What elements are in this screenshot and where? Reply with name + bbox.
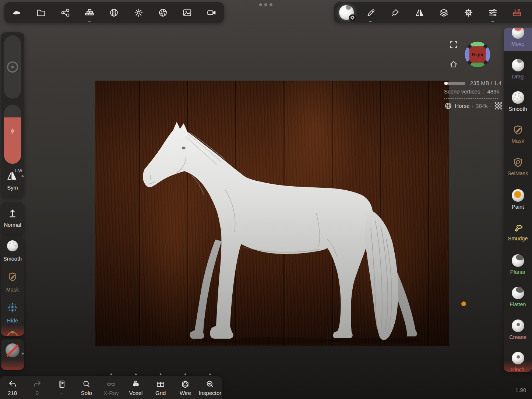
bottom-toolbar: 2180…Solo▲X-Ray▲Voxel▲Grid▲Wire▲Inspecto… — [0, 376, 222, 399]
painting-brush-icon — [390, 8, 400, 18]
memory-progress-bar — [444, 82, 465, 85]
top_left_toolbar-scene-graph-button[interactable] — [53, 2, 77, 23]
more-options-dots: … — [359, 19, 383, 22]
background-image-icon — [182, 8, 192, 18]
system-handle-dots[interactable] — [259, 3, 272, 6]
top_left_toolbar-lighting-sun-button[interactable] — [126, 2, 151, 23]
gear-badge-icon — [349, 14, 356, 21]
hide-dots-icon — [7, 302, 18, 313]
sphere-planar-icon — [512, 287, 524, 299]
tool-pinch[interactable]: Pinch — [504, 350, 532, 372]
orientation-gizmo[interactable]: Right — [464, 40, 492, 68]
inspector-eye-icon — [205, 379, 215, 389]
layers-stack-icon — [439, 8, 449, 18]
tool-label: Planar — [504, 269, 532, 275]
top_left_toolbar-postprocess-aperture-button[interactable] — [151, 2, 175, 23]
toggle-x-ray[interactable]: ▲X-Ray — [99, 376, 123, 399]
top_right_toolbar-layers-stack-button[interactable] — [432, 2, 456, 23]
top_right_toolbar-painting-brush-button[interactable] — [383, 2, 407, 23]
quick-tool-label: Mask — [1, 287, 24, 293]
symmetry-toggle[interactable]: L/W ▶ Sym — [1, 169, 24, 197]
intensity-slider[interactable] — [4, 105, 21, 164]
interface-sliders-icon — [488, 8, 498, 18]
radius-slider[interactable] — [4, 35, 21, 99]
object-name: Horse — [455, 103, 469, 109]
tool-label: SelMask — [504, 170, 532, 176]
gizmo-tool-icon[interactable] — [6, 329, 19, 336]
tool-flatten[interactable]: Flatten — [504, 285, 532, 318]
tool-crease[interactable]: Crease — [504, 318, 532, 351]
files-folder-icon — [36, 8, 46, 18]
caret-up-icon: ▲ — [124, 372, 148, 375]
top_left_toolbar-camera-video-button[interactable] — [200, 2, 224, 23]
alpha-texture-panel[interactable]: ▶ — [1, 339, 24, 370]
sphere-drag-icon — [512, 59, 524, 71]
top_left_toolbar-material-sphere-button[interactable] — [102, 2, 126, 23]
quick-tool-smooth[interactable]: Smooth — [1, 237, 24, 268]
tool-smudge[interactable]: Smudge — [504, 220, 532, 253]
bottom-label: Inspector — [199, 390, 222, 396]
quick-tool-mask[interactable]: Mask — [1, 268, 24, 299]
top_left_toolbar-topology-blocks-button[interactable]: … — [78, 2, 102, 23]
fullscreen-button[interactable] — [449, 40, 458, 49]
undo-button[interactable]: 218 — [0, 376, 25, 399]
normal-arrow-icon — [7, 207, 18, 219]
top_right_toolbar-interface-sliders-button[interactable]: … — [480, 2, 505, 23]
intensity-slider-fill — [4, 117, 21, 164]
quick-tool-hide[interactable]: Hide — [1, 299, 24, 330]
sphere-rough-icon — [7, 240, 18, 251]
symmetry-mirror-icon — [6, 170, 18, 182]
top-left-toolbar: … — [4, 2, 224, 23]
lighting-sun-icon — [134, 8, 144, 18]
tool-drag[interactable]: Drag — [504, 57, 532, 90]
tool-selmask[interactable]: SelMask — [504, 155, 532, 188]
scene-status: 235 MB / 1.4 Scene vertices： 489k Horse … — [444, 80, 503, 110]
top_right_toolbar-toolbox-button[interactable] — [505, 2, 529, 23]
redo-button[interactable]: 0 — [25, 376, 49, 399]
tool-mask[interactable]: Mask — [504, 123, 532, 155]
top_right_toolbar-settings-gear-button[interactable] — [456, 2, 480, 23]
undo-arrow-icon — [8, 379, 17, 389]
alpha-disabled-sphere-icon — [6, 343, 20, 357]
tool-label: Smudge — [504, 236, 532, 241]
active-brush-matcap-icon — [339, 5, 354, 20]
tool-paint[interactable]: Paint — [504, 188, 532, 220]
top_right_toolbar-stroke-pen-button[interactable]: … — [359, 2, 383, 23]
quick-tool-label: Smooth — [1, 256, 24, 262]
wireframe-hex-icon — [180, 379, 190, 389]
tool-move[interactable]: Move — [504, 28, 532, 57]
toggle-grid[interactable]: ▲Grid — [148, 376, 173, 399]
object-row[interactable]: Horse · 384k · — [444, 102, 503, 110]
app-logo-icon — [12, 8, 22, 18]
solo-magnifier-icon — [82, 379, 91, 389]
top_left_toolbar-background-image-button[interactable] — [175, 2, 199, 23]
quick-tools-panel: HideMaskSmooth — [1, 237, 24, 336]
tool-label: Drag — [504, 74, 532, 80]
caret-up-icon: ▲ — [99, 372, 123, 375]
more-options-dots: … — [59, 390, 64, 395]
stroke-mode-panel[interactable]: Normal — [1, 202, 24, 234]
sculpt-viewport[interactable] — [95, 81, 449, 346]
stroke-pen-icon — [366, 8, 376, 18]
radius-icon — [4, 59, 21, 75]
history-button[interactable]: … — [49, 376, 74, 399]
sphere-crease-icon — [512, 352, 524, 364]
history-notebook-icon — [57, 379, 67, 389]
toggle-voxel[interactable]: ▲Voxel — [124, 376, 148, 399]
home-view-button[interactable] — [449, 60, 458, 69]
toggle-inspector[interactable]: ▲Inspector — [198, 376, 222, 399]
expand-caret-icon: ▶ — [22, 174, 24, 178]
separator-dot: · — [490, 103, 492, 109]
toggle-wire[interactable]: ▲Wire — [173, 376, 198, 399]
tool-label: Crease — [504, 334, 532, 340]
sphere-rough-icon — [512, 91, 524, 104]
top_right_toolbar-symmetry-mirror-button[interactable] — [408, 2, 432, 23]
top_left_toolbar-app-logo-button[interactable] — [4, 2, 29, 23]
memory-usage-text: 235 MB / 1.4 — [470, 80, 501, 86]
top_left_toolbar-files-folder-button[interactable] — [29, 2, 53, 23]
top_right_toolbar-active-brush-matcap-button[interactable] — [334, 2, 359, 23]
toggle-solo[interactable]: Solo — [74, 376, 99, 399]
redo-arrow-icon — [32, 379, 42, 389]
tool-smooth[interactable]: Smooth — [504, 90, 532, 123]
tool-planar[interactable]: Planar — [504, 253, 532, 286]
